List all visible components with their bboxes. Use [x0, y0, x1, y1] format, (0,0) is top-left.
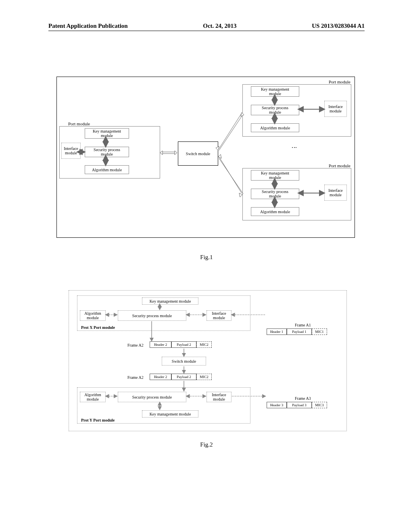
switch-module-2: Switch module [162, 357, 206, 366]
security-x: Security process module [118, 310, 186, 321]
fig1-caption: Fig.1 [0, 254, 413, 261]
key-mgmt-br: Key managementmodule [251, 170, 299, 181]
ellipsis-icon: ⋮ [291, 145, 297, 151]
interface-module-left: Interfacemodule [61, 143, 81, 159]
mic3: MIC3 [312, 402, 327, 408]
key-mgmt-tr: Key managementmodule [251, 86, 299, 97]
payload2u: Payload 2 [171, 341, 196, 348]
figure-2: Key management module Algorithmmodule Se… [69, 290, 347, 435]
interface-module-tr: Interfacemodule [324, 101, 347, 117]
switch-module: Switch module [178, 141, 218, 166]
mic2u: MIC2 [196, 341, 212, 348]
header2l: Header 2 [150, 374, 171, 380]
frame-a2-label-lower: Frame A2 [127, 375, 144, 380]
port-module-top-right: Key managementmodule Security processmod… [242, 84, 351, 137]
security-br: Security processmodule [251, 189, 299, 199]
algorithm-x: Algorithmmodule [80, 310, 106, 321]
key-mgmt-left: Key managementmodule [85, 128, 129, 139]
frame-a2-label-upper: Frame A2 [127, 343, 144, 347]
frame-a1-label: Frame A1 [295, 323, 311, 327]
security-y: Security process module [118, 392, 186, 402]
header2u: Header 2 [150, 341, 171, 348]
algorithm-tr: Algorithm module [251, 123, 299, 132]
interface-y: Interfacemodule [206, 392, 232, 402]
payload1: Payload 1 [287, 328, 312, 335]
algorithm-br: Algorithm module [251, 207, 299, 216]
header-right: US 2013/0283044 A1 [312, 23, 365, 29]
mic2l: MIC2 [196, 374, 212, 380]
security-tr: Security processmodule [251, 105, 299, 115]
port-module-bottom-right: Key managementmodule Security processmod… [242, 168, 351, 220]
algorithm-y: Algorithmmodule [80, 392, 106, 402]
port-label-br: Port module [329, 163, 350, 168]
port-label-left: Port module [68, 121, 90, 126]
portx-label: Prot X Port module [81, 325, 115, 330]
header3: Header 3 [267, 402, 287, 408]
frame-a3-label: Frame A3 [295, 396, 311, 401]
key-mgmt-y: Key management module [142, 410, 198, 418]
port-label-tr: Port module [329, 79, 350, 84]
figure-1: Port module Interfacemodule Key manageme… [56, 77, 355, 242]
payload2l: Payload 2 [171, 374, 196, 380]
payload3: Payload 3 [287, 402, 312, 408]
header-center: Oct. 24, 2013 [203, 23, 236, 29]
page-header: Patent Application Publication Oct. 24, … [48, 23, 365, 31]
porty-label: Prot Y Port module [81, 418, 115, 422]
header-left: Patent Application Publication [48, 23, 128, 29]
port-module-left: Interfacemodule Key managementmodule Sec… [59, 126, 160, 179]
interface-x: Interfacemodule [206, 310, 232, 321]
mic1: MIC1 [312, 328, 327, 335]
fig2-caption: Fig.2 [0, 441, 413, 448]
key-mgmt-x: Key management module [142, 297, 198, 305]
algorithm-left: Algorithm module [85, 165, 129, 174]
security-left: Security processmodule [85, 147, 129, 157]
header1: Header 1 [267, 328, 287, 335]
interface-module-br: Interfacemodule [324, 185, 347, 201]
